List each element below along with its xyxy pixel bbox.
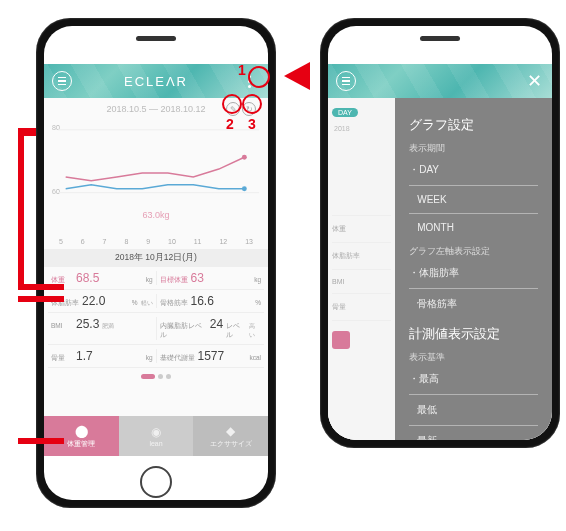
side-label-bmi: BMI [332,270,391,294]
annotation-bracket-arrow2 [18,296,64,302]
app-header: ECLEΛR [44,64,268,98]
edit-icon[interactable]: ✎ [226,102,240,116]
phone-speaker [420,36,460,41]
metric-bone[interactable]: 骨量 1.7 kg [48,349,156,363]
svg-point-3 [242,186,247,191]
metrics-grid: 体重 68.5 kg 目標体重 63 kg 体脂肪率 2 [44,267,268,368]
basis-opt-min[interactable]: 最低 [409,399,538,421]
metric-bmi[interactable]: BMI 25.3 肥満 [48,317,156,340]
side-label-bone: 骨量 [332,294,391,321]
page-indicator[interactable] [44,368,268,385]
nav-corner-icon [332,331,350,349]
side-label-weight: 体重 [332,216,391,243]
metric-fat[interactable]: 体脂肪率 22.0 % 軽い [48,294,156,308]
graph-settings-title: グラフ設定 [409,116,538,134]
home-button[interactable] [140,466,172,498]
metric-muscle[interactable]: 骨格筋率 16.6 % [156,294,265,308]
metric-bmr[interactable]: 基礎代謝量 1577 kcal [156,349,265,363]
period-pill: DAY [332,108,358,117]
bottom-nav: ⬤ 体重管理 ◉ lean ◆ エクササイズ [44,416,268,456]
scale-icon: ⬤ [75,424,88,438]
menu-hamburger-icon[interactable] [336,71,356,91]
refresh-icon[interactable]: ↻ [242,102,256,116]
brand-title: ECLEΛR [124,74,188,89]
close-icon[interactable]: ✕ [524,71,544,91]
overlay-backdrop-content: DAY 2018 体重 体脂肪率 BMI 骨量 [328,98,395,440]
svg-point-2 [242,155,247,160]
period-opt-day[interactable]: DAY [409,159,538,181]
annotation-arrow [284,62,310,90]
date-range-label: 2018.10.5 — 2018.10.12 ✎ ↻ [44,98,268,116]
side-label-fat: 体脂肪率 [332,243,391,270]
lean-icon: ◉ [151,425,161,439]
annotation-bracket-side [18,128,24,288]
phone-screen-right: ✕ DAY 2018 体重 体脂肪率 BMI 骨量 グラフ設定 [328,26,552,440]
phone-screen-left: ECLEΛR 2018.10.5 — 2018.10.12 ✎ ↻ 80 60 [44,26,268,500]
nav-weight[interactable]: ⬤ 体重管理 [44,416,119,456]
annotation-bracket-arrow3 [18,438,64,444]
menu-hamburger-icon[interactable] [52,71,72,91]
basis-section-label: 表示基準 [409,351,538,364]
chart-x-axis: 5678910111213 [44,238,268,249]
left-axis-section-label: グラフ左軸表示設定 [409,245,538,258]
nav-exercise[interactable]: ◆ エクササイズ [193,416,268,456]
app-header: ✕ [328,64,552,98]
basis-opt-max[interactable]: 最高 [409,368,538,390]
settings-drawer: グラフ設定 表示期間 DAY WEEK MONTH グラフ左軸表示設定 体脂肪率… [395,98,552,440]
nav-lean[interactable]: ◉ lean [119,416,194,456]
annotation-num-2: 2 [226,116,234,132]
date-range-text: 2018.10.5 — 2018.10.12 [106,104,205,114]
leftaxis-opt-fat[interactable]: 体脂肪率 [409,262,538,284]
year-fragment: 2018 [332,121,391,136]
chart-reference-label: 63.0kg [48,210,264,220]
period-opt-month[interactable]: MONTH [409,218,538,237]
exercise-icon: ◆ [226,424,235,438]
basis-opt-latest[interactable]: 最新 [409,430,538,440]
value-settings-title: 計測値表示設定 [409,325,538,343]
leftaxis-opt-muscle[interactable]: 骨格筋率 [409,293,538,315]
chart-area[interactable]: 80 60 63.0kg [48,118,264,238]
main-content: 2018.10.5 — 2018.10.12 ✎ ↻ 80 60 [44,98,268,416]
annotation-num-1: 1 [238,62,246,78]
selected-date-bar[interactable]: 2018年 10月12日(月) [44,249,268,267]
phone-device-left: ECLEΛR 2018.10.5 — 2018.10.12 ✎ ↻ 80 60 [36,18,276,508]
metric-target[interactable]: 目標体重 63 kg [156,271,265,285]
annotation-num-3: 3 [248,116,256,132]
period-opt-week[interactable]: WEEK [409,190,538,209]
phone-device-right: ✕ DAY 2018 体重 体脂肪率 BMI 骨量 グラフ設定 [320,18,560,448]
annotation-bracket-arrow1 [18,284,64,290]
metric-weight[interactable]: 体重 68.5 kg [48,271,156,285]
main-content-right: DAY 2018 体重 体脂肪率 BMI 骨量 グラフ設定 表示期間 DAY [328,98,552,440]
phone-speaker [136,36,176,41]
period-section-label: 表示期間 [409,142,538,155]
metric-visceral[interactable]: 内臓脂肪レベル 24 レベル 高い [156,317,265,340]
